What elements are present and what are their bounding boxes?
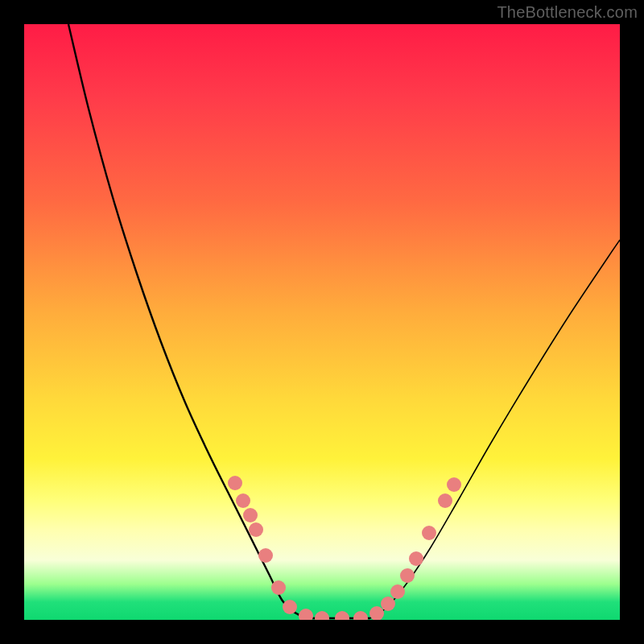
right-curve-path (370, 240, 620, 618)
highlight-dot (249, 522, 263, 537)
highlight-dot (236, 493, 250, 508)
highlight-dot (390, 584, 405, 599)
highlight-dot (409, 551, 423, 566)
highlight-dot (243, 508, 258, 522)
highlight-dot (438, 493, 452, 508)
highlight-dot (271, 580, 286, 595)
highlight-dots-group (228, 476, 461, 620)
highlight-dot (381, 597, 395, 611)
highlight-dot (283, 600, 297, 614)
highlight-dot (447, 477, 461, 492)
highlight-dot (353, 611, 368, 620)
chart-frame: TheBottleneck.com (0, 0, 644, 644)
curve-layer (24, 24, 620, 620)
highlight-dot (369, 606, 384, 620)
highlight-dot (299, 609, 313, 620)
highlight-dot (422, 526, 436, 540)
watermark-label: TheBottleneck.com (497, 3, 638, 22)
highlight-dot (335, 611, 349, 620)
highlight-dot (228, 476, 242, 490)
highlight-dot (258, 548, 273, 563)
left-curve-path (68, 24, 306, 618)
highlight-dot (400, 568, 415, 583)
plot-area (24, 24, 620, 620)
highlight-dot (315, 611, 329, 620)
